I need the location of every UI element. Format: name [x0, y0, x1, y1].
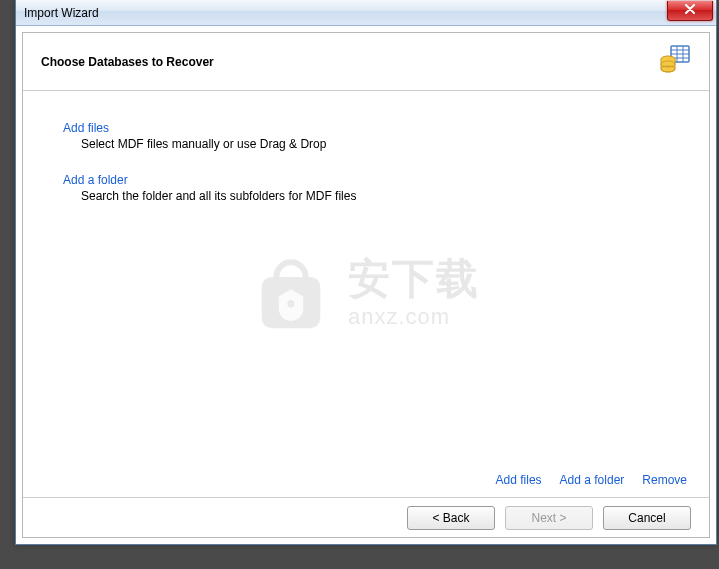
action-add-files[interactable]: Add files [496, 473, 542, 487]
svg-rect-9 [262, 277, 321, 328]
watermark-text-url: anxz.com [348, 304, 450, 330]
window-title: Import Wizard [24, 6, 99, 20]
action-add-folder[interactable]: Add a folder [560, 473, 625, 487]
add-files-desc: Select MDF files manually or use Drag & … [81, 137, 669, 151]
svg-point-10 [287, 300, 294, 307]
content-area: Add files Select MDF files manually or u… [23, 91, 709, 497]
titlebar: Import Wizard [16, 0, 716, 26]
close-icon [685, 4, 695, 16]
database-icon [659, 44, 691, 79]
option-add-folder: Add a folder Search the folder and all i… [63, 173, 669, 203]
add-files-link[interactable]: Add files [63, 121, 109, 135]
add-folder-desc: Search the folder and all its subfolders… [81, 189, 669, 203]
close-button[interactable] [667, 1, 713, 21]
add-folder-link[interactable]: Add a folder [63, 173, 128, 187]
wizard-footer: < Back Next > Cancel [23, 497, 709, 537]
watermark-text-cn: 安下载 [348, 258, 480, 300]
next-button[interactable]: Next > [505, 506, 593, 530]
dialog-body: Choose Databases to Recover Add [22, 32, 710, 538]
back-button[interactable]: < Back [407, 506, 495, 530]
wizard-window: Import Wizard Choose Databases to Recove… [15, 0, 717, 545]
watermark-icon [252, 255, 330, 333]
page-title: Choose Databases to Recover [41, 55, 214, 69]
action-links: Add files Add a folder Remove [496, 473, 687, 487]
action-remove[interactable]: Remove [642, 473, 687, 487]
watermark: 安下载 anxz.com [252, 255, 480, 333]
wizard-header: Choose Databases to Recover [23, 33, 709, 91]
cancel-button[interactable]: Cancel [603, 506, 691, 530]
option-add-files: Add files Select MDF files manually or u… [63, 121, 669, 151]
